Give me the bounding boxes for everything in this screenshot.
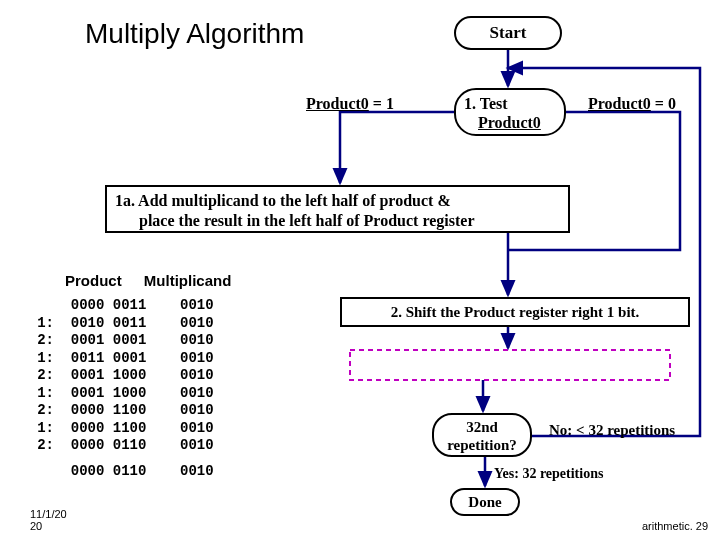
- flow-start: Start: [454, 16, 562, 50]
- col-product: Product: [65, 272, 122, 289]
- branch-label-eq1: Product0 = 1: [306, 95, 394, 113]
- flow-step-2: 2. Shift the Product register right 1 bi…: [340, 297, 690, 327]
- table-row: 2: 0000 1100 0010: [30, 402, 231, 420]
- slide-title: Multiply Algorithm: [85, 18, 304, 50]
- flow-done: Done: [450, 488, 520, 516]
- table-row: 1: 0000 1100 0010: [30, 420, 231, 438]
- flow-repetition-check: 32nd repetition?: [432, 413, 532, 457]
- table-row: 2: 0001 1000 0010: [30, 367, 231, 385]
- trace-table: Product Multiplicand 0000 0011 00101: 00…: [30, 272, 231, 480]
- branch-label-eq0: Product0 = 0: [588, 95, 676, 113]
- col-multiplicand: Multiplicand: [144, 272, 232, 289]
- step-1a-line1: 1a. Add multiplicand to the left half of…: [115, 191, 560, 211]
- footer-date: 11/1/20 20: [30, 508, 67, 532]
- table-row: 2: 0001 0001 0010: [30, 332, 231, 350]
- test-line2: Product0: [478, 114, 541, 131]
- test-line1: 1. Test: [464, 95, 508, 112]
- table-row: 2: 0000 0110 0010: [30, 437, 231, 455]
- table-row: 1: 0011 0001 0010: [30, 350, 231, 368]
- flow-step-1a: 1a. Add multiplicand to the left half of…: [105, 185, 570, 233]
- table-row: 0000 0011 0010: [30, 297, 231, 315]
- table-row: 1: 0010 0011 0010: [30, 315, 231, 333]
- branch-yes: Yes: 32 repetitions: [494, 466, 603, 482]
- flow-test-product0: 1. Test Product0: [454, 88, 566, 136]
- step-1a-line2: place the result in the left half of Pro…: [115, 211, 560, 231]
- rep-line2: repetition?: [447, 437, 517, 453]
- table-header: Product Multiplicand: [30, 272, 231, 289]
- footer-page-ref: arithmetic. 29: [642, 520, 708, 532]
- table-final-row: 0000 0110 0010: [30, 463, 231, 481]
- branch-no: No: < 32 repetitions: [549, 422, 675, 439]
- table-row: 1: 0001 1000 0010: [30, 385, 231, 403]
- svg-rect-3: [350, 350, 670, 380]
- rep-line1: 32nd: [466, 419, 498, 435]
